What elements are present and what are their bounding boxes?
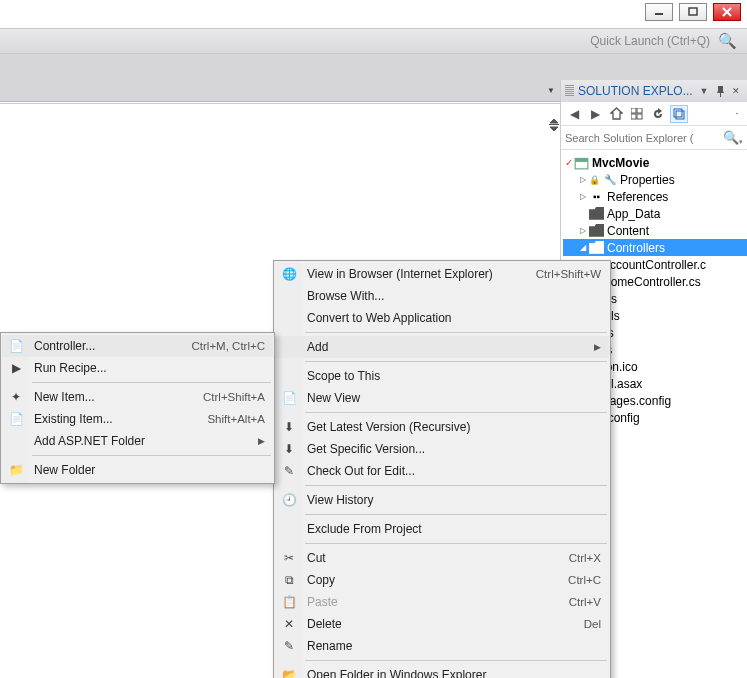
tree-label: Controllers: [607, 241, 665, 255]
resize-handle-icon[interactable]: [549, 118, 559, 132]
folder-open-icon: [589, 241, 604, 255]
menu-new-view[interactable]: 📄 New View: [275, 387, 609, 409]
solution-explorer-search[interactable]: 🔍: [561, 126, 747, 150]
history-icon: 🕘: [280, 491, 298, 509]
paste-icon: 📋: [280, 593, 298, 611]
menu-delete[interactable]: ✕ Delete Del: [275, 613, 609, 635]
recipe-icon: ▶: [7, 359, 25, 377]
tree-appdata[interactable]: App_Data: [563, 205, 747, 222]
menu-controller[interactable]: 📄 Controller... Ctrl+M, Ctrl+C: [2, 335, 273, 357]
expand-icon[interactable]: ▷: [578, 192, 588, 201]
submenu-arrow-icon: ▶: [258, 436, 265, 446]
tree-properties[interactable]: ▷ 🔒 🔧 Properties: [563, 171, 747, 188]
separator: [305, 543, 607, 544]
separator: [32, 455, 271, 456]
tree-project[interactable]: ✓ MvcMovie: [563, 154, 747, 171]
tree-label: HomeController.cs: [602, 275, 701, 289]
menu-exclude[interactable]: Exclude From Project: [275, 518, 609, 540]
get-latest-icon: ⬇: [280, 418, 298, 436]
menu-new-item[interactable]: ✦ New Item... Ctrl+Shift+A: [2, 386, 273, 408]
menu-get-latest[interactable]: ⬇ Get Latest Version (Recursive): [275, 416, 609, 438]
lock-icon: 🔒: [589, 175, 600, 185]
collapse-icon[interactable]: [628, 105, 646, 123]
menu-add[interactable]: Add ▶: [275, 336, 609, 358]
delete-icon: ✕: [280, 615, 298, 633]
solution-explorer-titlebar[interactable]: SOLUTION EXPLO... ▼ ✕: [561, 80, 747, 102]
search-icon[interactable]: 🔍: [718, 32, 737, 50]
overflow-icon[interactable]: ··: [729, 107, 743, 121]
existing-item-icon: 📄: [7, 410, 25, 428]
svg-rect-1: [689, 8, 697, 15]
menu-view-in-browser[interactable]: 🌐 View in Browser (Internet Explorer) Ct…: [275, 263, 609, 285]
context-menu: 🌐 View in Browser (Internet Explorer) Ct…: [273, 260, 611, 678]
menu-scope[interactable]: Scope to This: [275, 365, 609, 387]
menu-add-aspnet-folder[interactable]: Add ASP.NET Folder ▶: [2, 430, 273, 452]
expand-icon[interactable]: ▷: [578, 175, 588, 184]
references-icon: ▪▪: [589, 190, 604, 204]
menu-view-history[interactable]: 🕘 View History: [275, 489, 609, 511]
check-out-icon: ✎: [280, 462, 298, 480]
nav-forward-button[interactable]: ▶: [586, 105, 604, 123]
window-controls: [645, 3, 741, 21]
menu-rename[interactable]: ✎ Rename: [275, 635, 609, 657]
quick-launch-bar: Quick Launch (Ctrl+Q) 🔍: [0, 28, 747, 54]
copy-icon: ⧉: [280, 571, 298, 589]
grip-icon: [565, 85, 574, 97]
tree-content[interactable]: ▷ Content: [563, 222, 747, 239]
separator: [305, 412, 607, 413]
tree-label: MvcMovie: [592, 156, 649, 170]
show-all-icon[interactable]: [670, 105, 688, 123]
tree-controllers[interactable]: ◢ Controllers: [563, 239, 747, 256]
context-submenu-add: 📄 Controller... Ctrl+M, Ctrl+C ▶ Run Rec…: [0, 332, 275, 484]
solution-search-input[interactable]: [565, 132, 743, 144]
browser-icon: 🌐: [280, 265, 298, 283]
menu-existing-item[interactable]: 📄 Existing Item... Shift+Alt+A: [2, 408, 273, 430]
wrench-icon: 🔧: [602, 173, 617, 187]
check-icon: ✓: [565, 157, 573, 168]
nav-back-button[interactable]: ◀: [565, 105, 583, 123]
expand-icon[interactable]: ◢: [578, 243, 588, 252]
pin-icon[interactable]: [713, 84, 727, 98]
cut-icon: ✂: [280, 549, 298, 567]
menu-run-recipe[interactable]: ▶ Run Recipe...: [2, 357, 273, 379]
panel-menu-button[interactable]: ▼: [697, 84, 711, 98]
home-icon[interactable]: [607, 105, 625, 123]
minimize-button[interactable]: [645, 3, 673, 21]
panel-close-button[interactable]: ✕: [729, 84, 743, 98]
svg-rect-8: [674, 109, 682, 117]
menu-browse-with[interactable]: Browse With...: [275, 285, 609, 307]
separator: [305, 514, 607, 515]
separator: [32, 382, 271, 383]
get-specific-icon: ⬇: [280, 440, 298, 458]
search-icon[interactable]: 🔍: [723, 130, 743, 145]
tree-label: Content: [607, 224, 649, 238]
folder-icon: 📂: [280, 666, 298, 678]
menu-check-out[interactable]: ✎ Check Out for Edit...: [275, 460, 609, 482]
folder-icon: [589, 224, 604, 238]
separator: [305, 361, 607, 362]
tree-references[interactable]: ▷ ▪▪ References: [563, 188, 747, 205]
menu-cut[interactable]: ✂ Cut Ctrl+X: [275, 547, 609, 569]
maximize-button[interactable]: [679, 3, 707, 21]
menu-open-folder[interactable]: 📂 Open Folder in Windows Explorer: [275, 664, 609, 678]
controller-icon: 📄: [7, 337, 25, 355]
refresh-icon[interactable]: [649, 105, 667, 123]
menu-paste: 📋 Paste Ctrl+V: [275, 591, 609, 613]
separator: [305, 485, 607, 486]
menu-convert[interactable]: Convert to Web Application: [275, 307, 609, 329]
menu-get-specific[interactable]: ⬇ Get Specific Version...: [275, 438, 609, 460]
menu-copy[interactable]: ⧉ Copy Ctrl+C: [275, 569, 609, 591]
project-icon: [574, 156, 589, 170]
tree-label: References: [607, 190, 668, 204]
rename-icon: ✎: [280, 637, 298, 655]
menu-new-folder[interactable]: 📁 New Folder: [2, 459, 273, 481]
dropdown-icon[interactable]: ▼: [547, 86, 555, 95]
solution-explorer-toolbar: ◀ ▶ ··: [561, 102, 747, 126]
solution-explorer-title: SOLUTION EXPLO...: [578, 84, 697, 98]
close-button[interactable]: [713, 3, 741, 21]
quick-launch-input[interactable]: Quick Launch (Ctrl+Q): [590, 34, 710, 48]
submenu-arrow-icon: ▶: [594, 342, 601, 352]
tree-label: App_Data: [607, 207, 660, 221]
expand-icon[interactable]: ▷: [578, 226, 588, 235]
svg-rect-5: [637, 108, 642, 113]
